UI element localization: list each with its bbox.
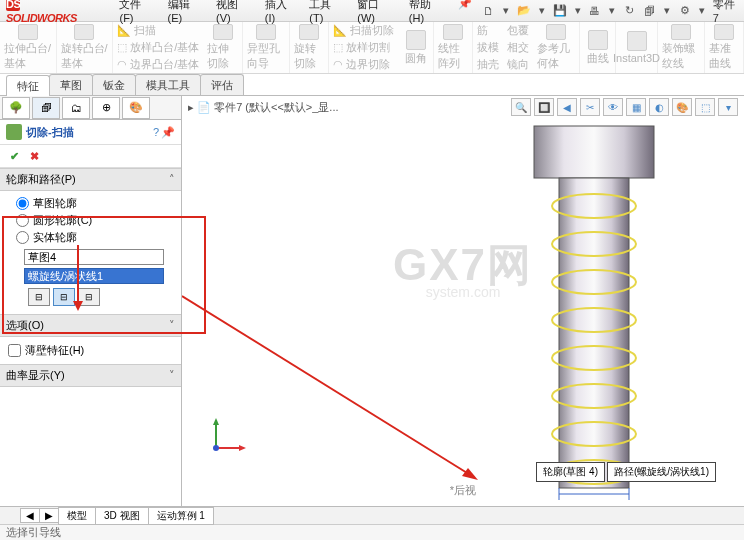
view-label: *后视 bbox=[450, 483, 476, 498]
prev-view-icon[interactable]: ◀ bbox=[557, 98, 577, 116]
main-area: 🌳 🗊 🗂 ⊕ 🎨 切除-扫描 ? 📌 ✔ ✖ 轮廓和路径(P) ˄ 草图轮廓 … bbox=[0, 96, 744, 506]
btab-model[interactable]: 模型 bbox=[58, 507, 96, 525]
title-bar: DSSOLIDWORKS 文件(F) 编辑(E) 视图(V) 插入(I) 工具(… bbox=[0, 0, 744, 22]
zoom-area-icon[interactable]: 🔲 bbox=[534, 98, 554, 116]
cmd-boundary-cut[interactable]: ◠ 边界切除 bbox=[333, 57, 394, 72]
new-icon[interactable]: 🗋 bbox=[482, 4, 495, 18]
radio-sketch-profile[interactable]: 草图轮廓 bbox=[16, 195, 173, 212]
panel-tab-appearance[interactable]: 🎨 bbox=[122, 97, 150, 119]
panel-tab-dimxpert[interactable]: ⊕ bbox=[92, 97, 120, 119]
cmd-wrap[interactable]: 包覆 bbox=[507, 23, 529, 38]
cmd-boundary[interactable]: ◠ 边界凸台/基体 bbox=[117, 57, 199, 72]
cmd-revolve-boss[interactable]: 旋转凸台/基体 bbox=[57, 22, 114, 73]
section-profile-path[interactable]: 轮廓和路径(P) ˄ bbox=[0, 168, 181, 191]
hide-show-icon[interactable]: ◐ bbox=[649, 98, 669, 116]
cmd-extrude-cut[interactable]: 拉伸切除 bbox=[203, 22, 242, 73]
tab-evaluate[interactable]: 评估 bbox=[200, 74, 244, 95]
rebuild-icon[interactable]: ↻ bbox=[623, 4, 636, 18]
options-icon[interactable]: 🗐 bbox=[644, 4, 657, 18]
tab-mold[interactable]: 模具工具 bbox=[135, 74, 201, 95]
section-curvature-label: 曲率显示(Y) bbox=[6, 368, 65, 383]
section-profile-label: 轮廓和路径(P) bbox=[6, 172, 76, 187]
set-drop[interactable]: ▾ bbox=[699, 4, 705, 17]
radio-solid-profile[interactable]: 实体轮廓 bbox=[16, 229, 173, 246]
chain-opt-1[interactable]: ⊟ bbox=[28, 288, 50, 306]
cancel-button[interactable]: ✖ bbox=[26, 148, 42, 164]
more-view-icon[interactable]: ▾ bbox=[718, 98, 738, 116]
btab-3dview[interactable]: 3D 视图 bbox=[95, 507, 149, 525]
help-icon[interactable]: ? bbox=[153, 126, 159, 139]
cmd-curves[interactable]: 曲线 bbox=[580, 22, 616, 73]
panel-tab-config[interactable]: 🗂 bbox=[62, 97, 90, 119]
cmd-shell[interactable]: 抽壳 bbox=[477, 57, 499, 72]
path-input-row bbox=[24, 268, 173, 284]
graphics-area[interactable]: ▸ 📄 零件7 (默认<<默认>_显... 🔍 🔲 ◀ ✂ 👁 ▦ ◐ 🎨 ⬚ … bbox=[182, 96, 744, 506]
cmd-intersect[interactable]: 相交 bbox=[507, 40, 529, 55]
btab-motion[interactable]: 运动算例 1 bbox=[148, 507, 214, 525]
tab-sheetmetal[interactable]: 钣金 bbox=[92, 74, 136, 95]
chain-opt-2[interactable]: ⊟ bbox=[53, 288, 75, 306]
ok-button[interactable]: ✔ bbox=[6, 148, 22, 164]
display-style-icon[interactable]: 👁 bbox=[603, 98, 623, 116]
cmd-ref-geom[interactable]: 参考几何体 bbox=[533, 22, 580, 73]
svg-marker-19 bbox=[462, 468, 478, 480]
profile-input[interactable] bbox=[24, 249, 164, 265]
settings-icon[interactable]: ⚙ bbox=[678, 4, 691, 18]
tab-features[interactable]: 特征 bbox=[6, 75, 50, 96]
pin-icon[interactable]: 📌 bbox=[161, 126, 175, 139]
cmd-extrude-boss[interactable]: 拉伸凸台/基体 bbox=[0, 22, 57, 73]
cmd-revolve-cut[interactable]: 旋转切除 bbox=[290, 22, 329, 73]
cmd-ref-curve[interactable]: 基准曲线 bbox=[705, 22, 744, 73]
profile-input-row bbox=[24, 249, 173, 265]
cmd-mirror[interactable]: 镜向 bbox=[507, 57, 529, 72]
chevron-down-icon: ˅ bbox=[169, 369, 175, 382]
radio-circle-profile[interactable]: 圆形轮廓(C) bbox=[16, 212, 173, 229]
section-options[interactable]: 选项(O) ˅ bbox=[0, 314, 181, 337]
btab-next[interactable]: ▶ bbox=[39, 508, 59, 523]
panel-tabs: 🌳 🗊 🗂 ⊕ 🎨 bbox=[0, 96, 181, 120]
panel-tab-property[interactable]: 🗊 bbox=[32, 97, 60, 119]
chevron-down-icon: ˅ bbox=[169, 319, 175, 332]
thin-feature-check[interactable]: 薄壁特征(H) bbox=[8, 341, 173, 360]
cmd-draft[interactable]: 拔模 bbox=[477, 40, 499, 55]
section-curvature[interactable]: 曲率显示(Y) ˅ bbox=[0, 364, 181, 387]
svg-marker-16 bbox=[239, 445, 246, 451]
feature-help: ? 📌 bbox=[153, 126, 175, 139]
watermark-sub: system.com bbox=[426, 284, 501, 300]
section-view-icon[interactable]: ✂ bbox=[580, 98, 600, 116]
cmd-thread[interactable]: 装饰螺纹线 bbox=[658, 22, 705, 73]
print-icon[interactable]: 🖶 bbox=[589, 4, 602, 18]
app-logo: DSSOLIDWORKS bbox=[6, 0, 89, 25]
feature-header: 切除-扫描 ? 📌 bbox=[0, 120, 181, 145]
tab-sketch[interactable]: 草图 bbox=[49, 74, 93, 95]
cmd-loft[interactable]: ⬚ 放样凸台/基体 bbox=[117, 40, 199, 55]
print-drop[interactable]: ▾ bbox=[609, 4, 615, 17]
status-bar: 选择引导线 bbox=[0, 524, 744, 540]
cmd-rib[interactable]: 筋 bbox=[477, 23, 499, 38]
callout-path[interactable]: 路径(螺旋线/涡状线1) bbox=[607, 462, 716, 482]
breadcrumb[interactable]: ▸ 📄 零件7 (默认<<默认>_显... bbox=[188, 100, 339, 115]
command-ribbon: 拉伸凸台/基体 旋转凸台/基体 📐 扫描 ⬚ 放样凸台/基体 ◠ 边界凸台/基体… bbox=[0, 22, 744, 74]
callout-profile[interactable]: 轮廓(草图 4) bbox=[536, 462, 605, 482]
view-orient-icon[interactable]: ▦ bbox=[626, 98, 646, 116]
chain-opt-3[interactable]: ⊟ bbox=[78, 288, 100, 306]
appearance-icon[interactable]: 🎨 bbox=[672, 98, 692, 116]
cmd-sweep[interactable]: 📐 扫描 bbox=[117, 23, 199, 38]
cmd-instant3d[interactable]: Instant3D bbox=[616, 22, 657, 73]
open-icon[interactable]: 📂 bbox=[517, 4, 531, 18]
panel-tab-feature-tree[interactable]: 🌳 bbox=[2, 97, 30, 119]
opt-drop[interactable]: ▾ bbox=[664, 4, 670, 17]
cmd-fillet[interactable]: 圆角 bbox=[398, 22, 434, 73]
save-icon[interactable]: 💾 bbox=[553, 4, 567, 18]
btab-prev[interactable]: ◀ bbox=[20, 508, 40, 523]
scene-icon[interactable]: ⬚ bbox=[695, 98, 715, 116]
cmd-linear-pattern[interactable]: 线性阵列 bbox=[434, 22, 473, 73]
path-input[interactable] bbox=[24, 268, 164, 284]
cmd-loft-cut[interactable]: ⬚ 放样切割 bbox=[333, 40, 394, 55]
open-drop[interactable]: ▾ bbox=[539, 4, 545, 17]
new-drop[interactable]: ▾ bbox=[503, 4, 509, 17]
cmd-sweep-cut[interactable]: 📐 扫描切除 bbox=[333, 23, 394, 38]
save-drop[interactable]: ▾ bbox=[575, 4, 581, 17]
zoom-fit-icon[interactable]: 🔍 bbox=[511, 98, 531, 116]
cmd-hole-wizard[interactable]: 异型孔向导 bbox=[243, 22, 290, 73]
